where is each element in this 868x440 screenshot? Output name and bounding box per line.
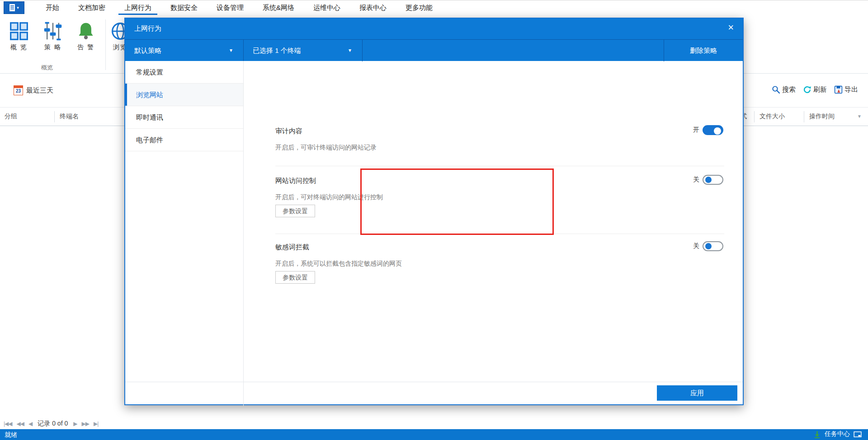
calendar-day: 23: [16, 89, 21, 94]
column-menu-caret-icon[interactable]: ▼: [857, 114, 862, 119]
toggle-state-label: 关: [693, 176, 699, 184]
nav-item-more-features[interactable]: 更多功能: [396, 0, 442, 15]
first-page-button[interactable]: |◀◀: [4, 421, 12, 427]
policy-dropdown[interactable]: 默认策略 ▼: [125, 40, 244, 61]
alert-bell-icon: [76, 21, 96, 41]
nav-item-report-center[interactable]: 报表中心: [350, 0, 396, 15]
section-desc-audit: 开启后，可审计终端访问的网站记录: [275, 144, 377, 152]
app-menu-button[interactable]: ▾: [4, 1, 24, 14]
red-highlight-annotation: [360, 169, 554, 235]
calendar-icon: 23: [14, 85, 23, 95]
chevron-down-icon: ▼: [229, 40, 233, 61]
refresh-icon: [803, 85, 811, 94]
dialog-title: 上网行为: [134, 24, 161, 33]
footer-divider: [125, 382, 743, 382]
delete-policy-button[interactable]: 删除策略: [664, 40, 743, 61]
internet-behavior-dialog: 上网行为 × 默认策略 ▼ 已选择 1 个终端 ▼ 删除策略 常规设置 浏览网站…: [124, 18, 744, 405]
last-page-button[interactable]: ▶|: [94, 421, 98, 427]
apply-button[interactable]: 应用: [657, 385, 737, 401]
date-range-filter[interactable]: 最近三天: [26, 86, 53, 95]
status-bar: 就绪 任务中心: [0, 429, 868, 440]
overview-grid-icon: [9, 21, 29, 41]
next-page-button[interactable]: ▶: [73, 421, 77, 427]
export-label: 导出: [844, 85, 858, 94]
toggle-knob: [705, 243, 712, 249]
search-button[interactable]: 搜索: [772, 85, 796, 94]
fast-next-button[interactable]: ▶▶: [81, 421, 89, 427]
policy-dropdown-value: 默认策略: [134, 47, 161, 54]
refresh-label: 刷新: [813, 85, 827, 94]
audit-toggle-wrap: 开: [693, 125, 723, 135]
dialog-toolbar: 默认策略 ▼ 已选择 1 个终端 ▼ 删除策略: [125, 39, 743, 61]
application-window: ▾ 开始 文档加密 上网行为 数据安全 设备管理 系统&网络 运维中心 报表中心…: [0, 0, 868, 440]
column-divider[interactable]: [54, 111, 55, 122]
sensitive-words-param-settings-button[interactable]: 参数设置: [275, 271, 315, 284]
export-button[interactable]: 导出: [834, 85, 858, 94]
section-title-access-control: 网站访问控制: [275, 177, 316, 185]
tool-label: 概 览: [10, 43, 28, 51]
toggle-state-label: 开: [693, 126, 699, 134]
prev-page-button[interactable]: ◀: [28, 421, 32, 427]
column-divider[interactable]: [754, 111, 755, 122]
sensitive-words-toggle-wrap: 关: [693, 241, 723, 251]
menubar: ▾ 开始 文档加密 上网行为 数据安全 设备管理 系统&网络 运维中心 报表中心…: [0, 0, 868, 15]
ribbon-tool-policy[interactable]: 策 略: [38, 21, 67, 51]
dialog-content: 审计内容 开启后，可审计终端访问的网站记录 开 网站访问控制 开启后，可对终端访…: [244, 61, 745, 382]
chevron-down-icon: ▼: [348, 40, 352, 61]
task-window-icon[interactable]: [854, 431, 862, 438]
nav-item-start[interactable]: 开始: [36, 0, 69, 15]
dialog-sidebar: 常规设置 浏览网站 即时通讯 电子邮件: [125, 61, 244, 406]
pagination: |◀◀ ◀◀ ◀ 记录 0 of 0 ▶ ▶▶ ▶|: [4, 420, 98, 428]
download-arrow-icon: [813, 431, 821, 438]
sidebar-item-email[interactable]: 电子邮件: [125, 129, 243, 151]
nav-item-system-network[interactable]: 系统&网络: [253, 0, 304, 15]
chevron-down-icon: ▾: [17, 6, 19, 10]
column-divider[interactable]: [804, 111, 804, 122]
sidebar-item-general-settings[interactable]: 常规设置: [125, 61, 243, 84]
record-count-label: 记录 0 of 0: [38, 420, 68, 428]
section-title-audit: 审计内容: [275, 127, 302, 136]
nav-item-data-security[interactable]: 数据安全: [161, 0, 207, 15]
sidebar-item-instant-messaging[interactable]: 即时通讯: [125, 106, 243, 129]
column-header-filesize[interactable]: 文件大小: [760, 112, 785, 121]
list-actions: 搜索 刷新 导出: [772, 85, 858, 94]
tool-label: 策 略: [44, 43, 61, 51]
refresh-button[interactable]: 刷新: [803, 85, 827, 94]
status-right: 任务中心: [813, 430, 862, 438]
close-icon[interactable]: ×: [728, 23, 734, 33]
nav-item-device-management[interactable]: 设备管理: [207, 0, 253, 15]
nav-item-ops-center[interactable]: 运维中心: [304, 0, 350, 15]
nav-item-doc-encryption[interactable]: 文档加密: [69, 0, 115, 15]
ribbon-tool-overview[interactable]: 概 览: [5, 21, 33, 51]
fast-prev-button[interactable]: ◀◀: [17, 421, 24, 427]
section-title-sensitive-words: 敏感词拦截: [275, 243, 309, 252]
toggle-knob: [714, 127, 721, 135]
search-icon: [772, 85, 780, 94]
clipped-column-fragment: 式: [744, 112, 750, 121]
policy-sliders-icon: [43, 21, 63, 41]
main-nav: 开始 文档加密 上网行为 数据安全 设备管理 系统&网络 运维中心 报表中心 更…: [36, 0, 442, 15]
section-divider: [275, 234, 724, 234]
terminal-dropdown[interactable]: 已选择 1 个终端 ▼: [244, 40, 363, 61]
sensitive-word-block-toggle[interactable]: [703, 241, 723, 251]
document-icon: [9, 4, 15, 12]
audit-content-toggle[interactable]: [703, 125, 723, 135]
terminal-dropdown-value: 已选择 1 个终端: [253, 47, 301, 54]
section-divider: [275, 166, 724, 166]
access-control-param-settings-button[interactable]: 参数设置: [275, 205, 315, 217]
dialog-titlebar: 上网行为 ×: [125, 19, 743, 39]
ribbon-tool-alert[interactable]: 告 警: [71, 21, 100, 51]
column-header-group[interactable]: 分组: [5, 112, 17, 121]
toggle-state-label: 关: [693, 242, 699, 250]
ribbon-group-label: 概览: [0, 64, 94, 72]
sidebar-item-browse-websites[interactable]: 浏览网站: [125, 84, 243, 106]
task-center-button[interactable]: 任务中心: [825, 430, 850, 438]
section-desc-sensitive-words: 开启后，系统可以拦截包含指定敏感词的网页: [275, 260, 402, 268]
website-access-control-toggle[interactable]: [703, 175, 723, 185]
section-desc-access-control: 开启后，可对终端访问的网站进行控制: [275, 193, 383, 201]
tool-label: 告 警: [77, 43, 94, 51]
column-header-optime[interactable]: 操作时间: [809, 112, 835, 121]
nav-item-internet-behavior[interactable]: 上网行为: [115, 0, 161, 15]
access-control-toggle-wrap: 关: [693, 175, 723, 185]
column-header-terminal[interactable]: 终端名: [60, 112, 79, 121]
